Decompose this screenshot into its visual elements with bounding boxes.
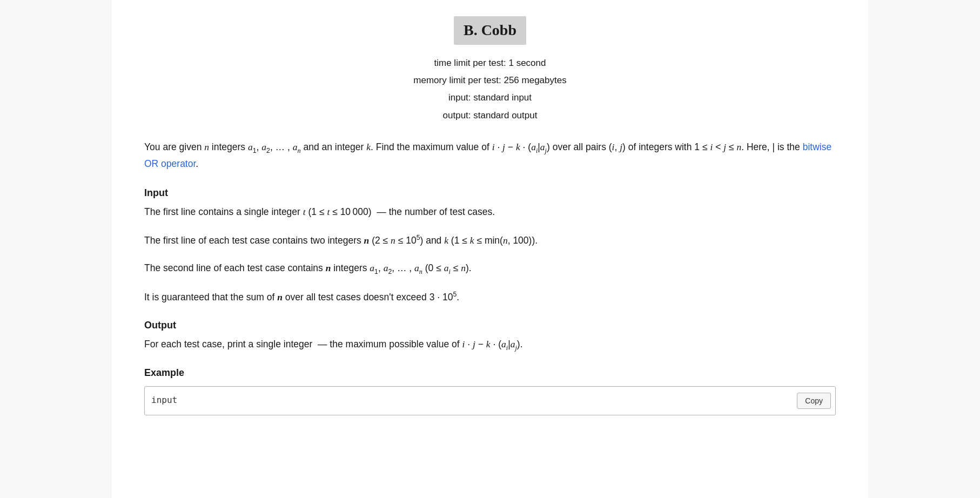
output-section-content: For each test case, print a single integ… [144, 337, 836, 353]
var-a2: a [261, 142, 266, 152]
expr-j: j [502, 142, 505, 152]
var-k: k [366, 142, 371, 152]
input-line-2: The first line of each test case contain… [144, 232, 836, 249]
input-section-title: Input [144, 185, 836, 201]
time-limit: time limit per test: 1 second [144, 55, 836, 72]
example-title: Example [144, 365, 836, 381]
input-type: input: standard input [144, 89, 836, 106]
output-type: output: standard output [144, 107, 836, 124]
expr-aj: a [540, 142, 545, 152]
problem-title: B. Cobb [454, 16, 526, 45]
expr-i: i [492, 142, 495, 152]
problem-statement: You are given n integers a1, a2, … , an … [144, 139, 836, 172]
memory-limit: memory limit per test: 256 megabytes [144, 72, 836, 89]
input-section: Input The first line contains a single i… [144, 185, 836, 306]
var-n: n [204, 142, 209, 152]
input-section-content: The first line contains a single integer… [144, 204, 836, 220]
problem-meta: time limit per test: 1 second memory lim… [144, 55, 836, 124]
input-line-4: It is guaranteed that the sum of n over … [144, 289, 836, 306]
output-section: Output For each test case, print a singl… [144, 318, 836, 353]
var-a1: a [248, 142, 253, 152]
expr-k2: k [516, 142, 520, 152]
page-container: B. Cobb time limit per test: 1 second me… [112, 0, 868, 498]
expr-ai: a [531, 142, 536, 152]
input-line-3: The second line of each test case contai… [144, 260, 836, 277]
input-line-1: The first line contains a single integer… [144, 204, 836, 220]
copy-button[interactable]: Copy [797, 393, 831, 409]
example-input-box: input Copy [144, 386, 836, 415]
example-section: Example input Copy [144, 365, 836, 415]
output-section-title: Output [144, 318, 836, 333]
title-wrapper: B. Cobb [144, 16, 836, 45]
bitwise-or-link[interactable]: bitwise OR operator [144, 142, 831, 169]
example-input-label: input [151, 392, 177, 408]
